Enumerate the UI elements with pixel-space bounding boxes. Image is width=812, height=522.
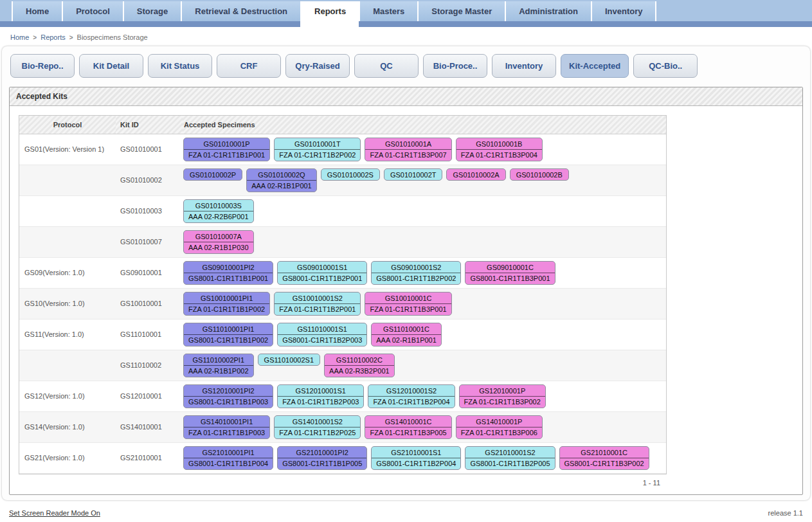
specimen-chip[interactable]: GS01010001TFZA 01-C1R1T1B2P002 <box>274 138 361 161</box>
specimen-location: FZA 01-C1R1T1B3P002 <box>460 396 545 408</box>
nav-tab-reports[interactable]: Reports <box>300 1 359 27</box>
specimen-id: GS11010001S1 <box>278 323 366 334</box>
pagination-range: 1 - 11 <box>19 474 667 488</box>
specimen-chip[interactable]: GS09010001S1GS8001-C1R1T1B2P001 <box>277 261 367 285</box>
nav-tabs: HomeProtocolStorageRetrieval & Destructi… <box>12 1 656 27</box>
specimen-location: GS8001-C1R1T1B2P004 <box>372 458 460 469</box>
report-button-bio-proce[interactable]: Bio-Proce.. <box>423 54 487 78</box>
specimen-chip[interactable]: GS10010001S2FZA 01-C1R1T1B2P001 <box>274 292 361 316</box>
specimen-chip[interactable]: GS12010001PI2GS8001-C1R1T1B1P003 <box>183 384 273 408</box>
specimen-chip[interactable]: GS01010002S <box>321 168 380 181</box>
specimen-chip[interactable]: GS21010001S1GS8001-C1R1T1B2P004 <box>371 446 461 470</box>
nav-tab-home[interactable]: Home <box>12 1 62 21</box>
specimen-location: AAA 02-R1B1P030 <box>184 242 253 253</box>
specimen-location: GS8001-C1R1T1B2P005 <box>465 458 554 469</box>
report-button-inventory[interactable]: Inventory <box>492 54 556 78</box>
specimen-chip[interactable]: GS01010002P <box>183 168 242 181</box>
specimen-chip[interactable]: GS01010002QAAA 02-R1B1P001 <box>246 168 317 192</box>
specimen-chip[interactable]: GS21010001S2GS8001-C1R1T1B2P005 <box>465 446 555 470</box>
kit-id-cell: GS11010001 <box>116 319 183 350</box>
protocol-cell: GS11(Version: 1.0) <box>19 319 116 350</box>
specimen-location: GS8001-C1R1T1B3P001 <box>465 273 554 284</box>
specimen-chip-list: GS01010007AAAA 02-R1B1P030 <box>183 230 666 254</box>
specimen-id: GS01010007A <box>184 231 253 242</box>
report-button-crf[interactable]: CRF <box>217 54 281 78</box>
specimen-chip[interactable]: GS01010007AAAA 02-R1B1P030 <box>183 230 254 254</box>
specimen-chip[interactable]: GS14010001PI1FZA 01-C1R1T1B1P003 <box>183 415 270 439</box>
specimen-chip[interactable]: GS09010001CGS8001-C1R1T1B3P001 <box>465 261 555 285</box>
specimen-id: GS12010001P <box>460 385 545 396</box>
report-button-kit-detail[interactable]: Kit Detail <box>79 54 143 78</box>
specimen-id: GS11010001PI1 <box>184 323 273 334</box>
report-button-qc-bio[interactable]: QC-Bio.. <box>633 54 698 78</box>
specimen-location: GS8001-C1R1T1B2P001 <box>278 273 366 284</box>
table-body: GS01(Version: Version 1)GS01010001GS0101… <box>19 134 666 473</box>
accepted-kits-table-wrap: Protocol Kit ID Accepted Specimens GS01(… <box>19 115 667 474</box>
specimen-chip[interactable]: GS11010002CAAA 02-R3B2P001 <box>324 354 395 377</box>
specimen-chip[interactable]: GS14010001CFZA 01-C1R1T1B3P005 <box>365 415 451 439</box>
specimen-chip[interactable]: GS01010003SAAA 02-R2B6P001 <box>183 199 254 223</box>
specimen-chip[interactable]: GS21010001CGS8001-C1R1T1B3P002 <box>559 446 649 470</box>
report-button-qry-raised[interactable]: Qry-Raised <box>285 54 350 78</box>
nav-tab-retrieval-destruction[interactable]: Retrieval & Destruction <box>181 1 300 21</box>
specimen-location: FZA 01-C1R1T1B2P004 <box>368 396 454 408</box>
report-button-qc[interactable]: QC <box>354 54 419 78</box>
kit-id-cell: GS01010007 <box>116 226 183 257</box>
specimen-location: AAA 02-R3B2P001 <box>325 365 394 377</box>
specimen-chip[interactable]: GS09010001PI2GS8001-C1R1T1B1P001 <box>183 261 273 285</box>
specimen-chip-list: GS11010002PI1AAA 02-R1B1P002GS11010002S1… <box>183 354 666 377</box>
specimen-chip[interactable]: GS12010001S2FZA 01-C1R1T1B2P004 <box>368 384 455 408</box>
specimen-chip[interactable]: GS11010002S1 <box>258 354 320 366</box>
specimen-chip[interactable]: GS11010002PI1AAA 02-R1B1P002 <box>183 354 254 377</box>
specimen-chip-list: GS10010001PI1FZA 01-C1R1T1B1P002GS100100… <box>183 292 666 316</box>
specimen-chip[interactable]: GS12010001S1FZA 01-C1R1T1B2P003 <box>277 384 364 408</box>
specimen-location: GS8001-C1R1T1B2P002 <box>372 273 460 284</box>
specimen-chip[interactable]: GS14010001S2FZA 01-C1R1T1B2P025 <box>274 415 361 439</box>
specimen-chip[interactable]: GS01010002A <box>446 168 505 181</box>
column-header-accepted-specimens: Accepted Specimens <box>183 116 666 134</box>
breadcrumb-item-reports[interactable]: Reports <box>41 33 66 41</box>
specimen-id: GS01010002B <box>510 169 568 180</box>
specimen-location: FZA 01-C1R1T1B1P003 <box>184 427 269 438</box>
specimen-chip[interactable]: GS11010001CAAA 02-R1B1P001 <box>371 323 442 346</box>
specimen-chip[interactable]: GS21010001PI2GS8001-C1R1T1B1P005 <box>277 446 367 470</box>
protocol-cell: GS09(Version: 1.0) <box>19 257 116 288</box>
nav-tab-protocol[interactable]: Protocol <box>62 1 123 21</box>
table-row: GS14(Version: 1.0)GS14010001GS14010001PI… <box>19 411 666 442</box>
specimen-chip[interactable]: GS12010001PFZA 01-C1R1T1B3P002 <box>459 384 546 408</box>
specimen-chip[interactable]: GS10010001CFZA 01-C1R1T1B3P001 <box>365 292 451 316</box>
specimens-cell: GS01010003SAAA 02-R2B6P001 <box>183 195 666 226</box>
specimen-chip[interactable]: GS09010001S2GS8001-C1R1T1B2P002 <box>371 261 461 285</box>
specimen-location: FZA 01-C1R1T1B1P001 <box>184 149 269 161</box>
specimen-chip-list: GS11010001PI1GS8001-C1R1T1B1P002GS110100… <box>183 323 666 346</box>
specimen-chip[interactable]: GS01010001PFZA 01-C1R1T1B1P001 <box>183 138 270 161</box>
nav-tab-storage-master[interactable]: Storage Master <box>417 1 505 21</box>
nav-tab-inventory[interactable]: Inventory <box>591 1 657 21</box>
column-header-kit-id: Kit ID <box>116 116 183 134</box>
specimen-id: GS01010002P <box>184 169 242 180</box>
specimen-chip[interactable]: GS01010002T <box>384 168 443 181</box>
specimen-id: GS09010001S1 <box>278 262 366 273</box>
specimen-id: GS01010002S <box>321 169 379 180</box>
protocol-cell <box>19 350 116 381</box>
report-button-kit-accepted[interactable]: Kit-Accepted <box>561 54 629 78</box>
specimen-chip[interactable]: GS14010001PFZA 01-C1R1T1B3P006 <box>456 415 543 439</box>
breadcrumb-item-home[interactable]: Home <box>10 33 29 41</box>
specimen-chip[interactable]: GS01010001BFZA 01-C1R1T1B3P004 <box>456 138 543 161</box>
nav-tab-administration[interactable]: Administration <box>505 1 591 21</box>
specimen-chip[interactable]: GS01010001AFZA 01-C1R1T1B3P007 <box>365 138 451 161</box>
specimen-chip[interactable]: GS21010001PI1GS8001-C1R1T1B1P004 <box>183 446 273 470</box>
specimen-chip[interactable]: GS11010001PI1GS8001-C1R1T1B1P002 <box>183 323 273 346</box>
specimen-id: GS12010001S2 <box>368 385 454 396</box>
report-button-bio-repo[interactable]: Bio-Repo.. <box>10 54 75 78</box>
specimen-chip[interactable]: GS11010001S1GS8001-C1R1T1B2P003 <box>277 323 367 346</box>
nav-tab-storage[interactable]: Storage <box>123 1 181 21</box>
screen-reader-mode-link[interactable]: Set Screen Reader Mode On <box>9 509 100 517</box>
specimen-chip[interactable]: GS01010002B <box>510 168 569 181</box>
specimen-chip[interactable]: GS10010001PI1FZA 01-C1R1T1B1P002 <box>183 292 270 316</box>
specimen-location: GS8001-C1R1T1B1P003 <box>184 396 273 408</box>
table-row: GS01010003GS01010003SAAA 02-R2B6P001 <box>19 195 666 226</box>
specimens-cell: GS01010002PGS01010002QAAA 02-R1B1P001GS0… <box>183 165 666 195</box>
nav-tab-masters[interactable]: Masters <box>359 1 417 21</box>
report-button-kit-status[interactable]: Kit Status <box>148 54 212 78</box>
